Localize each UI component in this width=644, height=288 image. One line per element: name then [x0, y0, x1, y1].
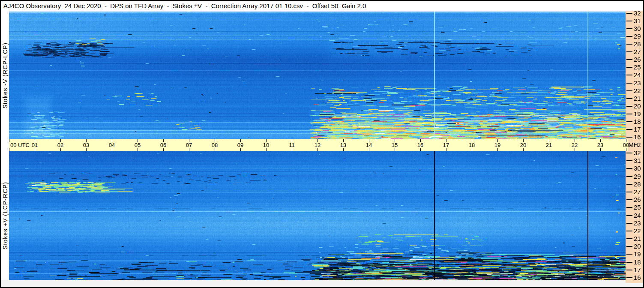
- frequency-tick: [626, 59, 632, 60]
- frequency-label: 17: [634, 267, 641, 273]
- hour-label: 06: [160, 142, 166, 148]
- spectrograph-window: AJ4CO Observatory 24 Dec 2020 - DPS on T…: [0, 0, 644, 288]
- frequency-label: 25: [634, 64, 641, 71]
- spectrogram-panel-stokes-minus-v: [9, 12, 626, 139]
- frequency-label: 19: [634, 251, 641, 258]
- frequency-label: 28: [634, 181, 641, 188]
- frequency-tick: [626, 207, 632, 208]
- hour-label: 08: [212, 142, 218, 148]
- frequency-tick: [626, 129, 632, 130]
- hour-label: 20: [520, 142, 526, 148]
- hour-tick: [163, 148, 164, 151]
- frequency-label: 18: [634, 259, 641, 266]
- hour-tick: [369, 148, 369, 151]
- frequency-label: 23: [634, 220, 641, 227]
- time-axis-band: 00 UTC0102030405060708091011121314151617…: [9, 139, 628, 151]
- frequency-label: 27: [634, 189, 641, 195]
- frequency-label: 26: [634, 196, 641, 203]
- hour-label: 17: [443, 142, 449, 148]
- frequency-label: 20: [634, 243, 641, 250]
- hour-label: 01: [32, 142, 38, 148]
- frequency-label: 28: [634, 41, 641, 48]
- frequency-label: 18: [634, 118, 641, 125]
- frequency-tick: [626, 223, 632, 224]
- hour-label: 23: [597, 142, 603, 148]
- hour-tick: [266, 148, 267, 151]
- frequency-tick: [626, 246, 632, 247]
- frequency-tick: [626, 106, 632, 107]
- hour-label: 09: [237, 142, 243, 148]
- title-bar: AJ4CO Observatory 24 Dec 2020 - DPS on T…: [1, 1, 643, 11]
- window-title: AJ4CO Observatory 24 Dec 2020 - DPS on T…: [1, 2, 366, 9]
- frequency-tick: [626, 254, 632, 255]
- hour-label: 21: [546, 142, 552, 148]
- frequency-tick: [626, 277, 632, 278]
- frequency-label: 27: [634, 48, 641, 55]
- frequency-label: 31: [634, 157, 641, 164]
- hour-tick: [523, 148, 524, 151]
- frequency-tick: [626, 137, 632, 138]
- hour-label: 03: [83, 142, 89, 148]
- hour-tick: [60, 148, 61, 151]
- hour-label: 05: [135, 142, 141, 148]
- hour-tick: [215, 148, 215, 151]
- hour-tick: [575, 148, 575, 151]
- hour-label: 19: [494, 142, 500, 148]
- frequency-label: 20: [634, 103, 641, 110]
- frequency-label: 21: [634, 95, 641, 102]
- frequency-label: 24: [634, 72, 641, 78]
- hour-tick: [9, 148, 9, 151]
- hour-tick: [112, 148, 112, 151]
- spectrogram-panel-stokes-plus-v: [9, 151, 626, 280]
- frequency-label: 22: [634, 228, 641, 234]
- frequency-label: 16: [634, 274, 641, 281]
- frequency-tick: [626, 184, 632, 185]
- hour-tick: [626, 148, 626, 151]
- frequency-tick: [626, 98, 632, 99]
- hour-tick: [292, 148, 292, 151]
- hour-tick: [343, 148, 344, 151]
- panel-label-text: Stokes -V (RCP-LCP): [2, 42, 9, 108]
- hour-label: 04: [109, 142, 115, 148]
- frequency-tick: [626, 13, 632, 14]
- frequency-label: 26: [634, 56, 641, 63]
- frequency-tick: [626, 160, 632, 161]
- hour-label: 15: [392, 142, 398, 148]
- hour-tick: [472, 148, 472, 151]
- hour-tick: [86, 148, 87, 151]
- hour-tick: [497, 148, 498, 151]
- hour-tick: [189, 148, 189, 151]
- frequency-tick: [626, 83, 632, 84]
- hour-label: 16: [417, 142, 423, 148]
- frequency-tick: [626, 28, 632, 29]
- frequency-label: 23: [634, 80, 641, 87]
- frequency-label: 19: [634, 111, 641, 117]
- frequency-tick: [626, 238, 632, 239]
- hour-tick: [420, 148, 421, 151]
- frequency-tick: [626, 215, 632, 216]
- frequency-tick: [626, 270, 632, 270]
- hour-tick: [446, 148, 446, 151]
- frequency-tick: [626, 36, 632, 37]
- hour-label: 00 UTC: [10, 142, 30, 148]
- panel-label-text: Stokes +V (LCP-RCP): [2, 182, 9, 249]
- hour-label: 22: [572, 142, 578, 148]
- frequency-tick: [626, 153, 632, 153]
- frequency-tick: [626, 199, 632, 200]
- frequency-label: 16: [634, 134, 641, 141]
- footer-strip: [1, 280, 643, 287]
- frequency-label: 30: [634, 165, 641, 172]
- frequency-label: 29: [634, 33, 641, 40]
- frequency-label: 31: [634, 18, 641, 24]
- frequency-tick: [626, 44, 632, 45]
- frequency-label: 32: [634, 150, 641, 156]
- hour-label: 14: [366, 142, 372, 148]
- frequency-unit-label: MHz: [629, 141, 641, 148]
- frequency-label: 22: [634, 87, 641, 94]
- frequency-label: 32: [634, 10, 641, 17]
- hour-label: 11: [289, 142, 295, 148]
- hour-tick: [318, 148, 318, 151]
- hour-tick: [395, 148, 395, 151]
- hour-tick: [549, 148, 549, 151]
- panel-label-stokes-minus-v: Stokes -V (RCP-LCP): [1, 12, 9, 139]
